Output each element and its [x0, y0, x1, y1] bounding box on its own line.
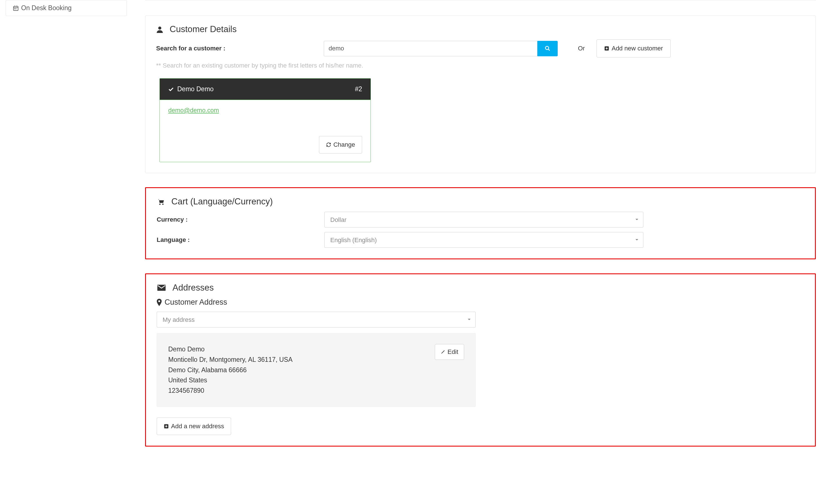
- plus-square-icon: [164, 424, 169, 429]
- main-content: Customer Details Search for a customer :…: [145, 0, 816, 461]
- sidebar-item-label: On Desk Booking: [21, 4, 72, 12]
- panel-title-text: Customer Details: [170, 24, 237, 34]
- customer-id: #2: [355, 85, 362, 93]
- address-line: Demo City, Alabama 66666: [168, 365, 293, 375]
- panel-subtitle-text: Customer Address: [164, 298, 227, 307]
- calendar-icon: [13, 5, 19, 11]
- customer-card-header: Demo Demo #2: [160, 79, 371, 100]
- address-select[interactable]: My address: [157, 312, 476, 327]
- form-row-language: Language : English (English): [157, 232, 804, 248]
- map-marker-icon: [157, 299, 162, 306]
- or-label: Or: [578, 45, 585, 52]
- form-row-search: Search for a customer : Or: [156, 39, 805, 57]
- divider: [145, 0, 816, 0]
- search-label: Search for a customer :: [156, 45, 324, 52]
- currency-select[interactable]: Dollar: [324, 212, 643, 228]
- add-customer-label: Add new customer: [611, 45, 663, 52]
- currency-label: Currency :: [157, 216, 324, 223]
- plus-square-icon: [604, 46, 609, 51]
- change-customer-button[interactable]: Change: [319, 136, 362, 153]
- search-input[interactable]: [324, 41, 537, 56]
- form-row-currency: Currency : Dollar: [157, 212, 804, 228]
- edit-label: Edit: [447, 348, 458, 356]
- sidebar-item-desk-booking[interactable]: On Desk Booking: [6, 0, 127, 16]
- panel-title-addresses: Addresses: [157, 283, 804, 293]
- change-label: Change: [333, 141, 355, 148]
- svg-point-12: [159, 204, 160, 205]
- panel-title-text: Cart (Language/Currency): [171, 197, 273, 207]
- address-lines: Demo Demo Monticello Dr, Montgomery, AL …: [168, 344, 293, 396]
- check-icon: [168, 87, 174, 92]
- search-hint: ** Search for an existing customer by ty…: [156, 62, 805, 69]
- panel-cart: Cart (Language/Currency) Currency : Doll…: [145, 187, 816, 259]
- address-box: Demo Demo Monticello Dr, Montgomery, AL …: [157, 333, 476, 407]
- search-icon: [545, 46, 550, 51]
- panel-title-text: Addresses: [172, 283, 214, 293]
- address-line: 1234567890: [168, 385, 293, 396]
- svg-rect-5: [15, 8, 16, 9]
- language-label: Language :: [157, 236, 324, 244]
- refresh-icon: [326, 142, 331, 147]
- cart-icon: [157, 198, 165, 205]
- address-line: United States: [168, 375, 293, 385]
- language-select[interactable]: English (English): [324, 232, 643, 248]
- panel-customer-details: Customer Details Search for a customer :…: [145, 15, 816, 173]
- add-new-address-button[interactable]: Add a new address: [157, 418, 231, 435]
- customer-name: Demo Demo: [177, 85, 214, 93]
- address-line: Demo Demo: [168, 344, 293, 354]
- panel-title-cart: Cart (Language/Currency): [157, 197, 804, 207]
- user-icon: [156, 25, 163, 33]
- svg-point-13: [162, 204, 164, 205]
- add-new-customer-button[interactable]: Add new customer: [596, 39, 671, 57]
- panel-subtitle-customer-address: Customer Address: [157, 298, 804, 307]
- sidebar: On Desk Booking: [6, 0, 127, 16]
- search-button[interactable]: [537, 41, 558, 56]
- panel-addresses: Addresses Customer Address My address De…: [145, 273, 816, 447]
- envelope-icon: [157, 284, 166, 291]
- address-line: Monticello Dr, Montgomery, AL 36117, USA: [168, 354, 293, 365]
- add-address-label: Add a new address: [171, 423, 224, 430]
- svg-point-6: [158, 26, 161, 30]
- pencil-icon: [441, 350, 445, 354]
- customer-email-link[interactable]: demo@demo.com: [168, 107, 362, 114]
- panel-title-customer: Customer Details: [156, 24, 805, 34]
- customer-card: Demo Demo #2 demo@demo.com: [159, 78, 371, 162]
- svg-rect-4: [14, 8, 15, 9]
- svg-line-8: [548, 49, 550, 51]
- svg-point-7: [545, 46, 549, 50]
- edit-address-button[interactable]: Edit: [435, 344, 464, 360]
